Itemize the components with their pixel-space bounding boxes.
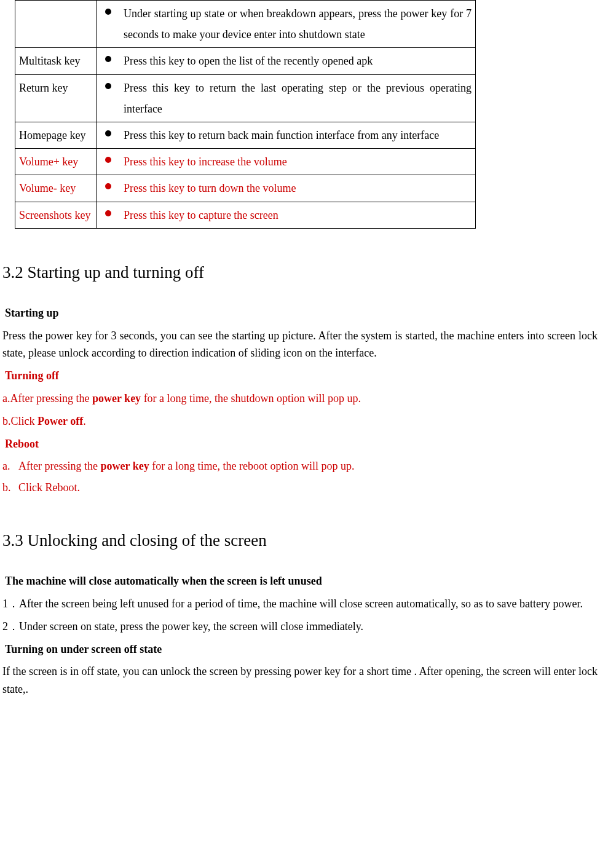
turning-off-step-b: b.Click Power off.: [2, 412, 598, 430]
reboot-label: Reboot: [5, 435, 598, 453]
table-row: Screenshots key Press this key to captur…: [15, 202, 476, 228]
desc-cell: Press this key to return back main funct…: [96, 122, 475, 148]
key-cell: Volume+ key: [15, 149, 97, 175]
step-text: Click Reboot.: [18, 481, 80, 494]
bullet-icon: [105, 183, 111, 189]
bullet-icon: [105, 56, 111, 62]
section-heading-3-3: 3.3 Unlocking and closing of the screen: [2, 527, 598, 554]
auto-close-label: The machine will close automatically whe…: [5, 572, 598, 590]
list-marker: b.: [2, 479, 18, 497]
desc-text: Press this key to open the list of the r…: [124, 50, 472, 71]
keys-table: Under starting up state or when breakdow…: [15, 0, 476, 229]
desc-cell: Press this key to return the last operat…: [96, 74, 475, 122]
key-cell: Multitask key: [15, 48, 97, 74]
desc-text: Press this key to increase the volume: [124, 151, 472, 172]
starting-up-label: Starting up: [5, 304, 598, 322]
desc-cell: Press this key to open the list of the r…: [96, 48, 475, 74]
desc-cell: Press this key to turn down the volume: [96, 175, 475, 202]
table-row: Homepage key Press this key to return ba…: [15, 122, 476, 148]
table-row: Under starting up state or when breakdow…: [15, 1, 476, 48]
key-cell: Volume- key: [15, 175, 97, 202]
desc-text: Press this key to turn down the volume: [124, 178, 472, 199]
desc-cell: Press this key to increase the volume: [96, 149, 475, 175]
bullet-icon: [105, 130, 111, 136]
turning-off-step-a: a.After pressing the power key for a lon…: [2, 390, 598, 408]
desc-text: Press this key to return back main funct…: [124, 125, 472, 146]
bullet-icon: [105, 9, 111, 15]
turning-off-label: Turning off: [5, 367, 598, 385]
desc-text: Under starting up state or when breakdow…: [124, 3, 472, 45]
table-row: Volume- key Press this key to turn down …: [15, 175, 476, 202]
desc-text: Press this key to capture the screen: [124, 205, 472, 226]
key-cell: Return key: [15, 74, 97, 122]
step-suffix: .: [83, 415, 86, 427]
desc-cell: Under starting up state or when breakdow…: [96, 1, 475, 48]
step-prefix: b.Click: [2, 415, 38, 427]
step-suffix: for a long time, the reboot option will …: [149, 460, 355, 472]
step-prefix: a.After pressing the: [2, 392, 92, 404]
step-suffix: for a long time, the shutdown option wil…: [141, 392, 361, 404]
reboot-step-a: a.After pressing the power key for a lon…: [2, 457, 598, 475]
desc-text: Press this key to return the last operat…: [124, 77, 472, 119]
auto-close-step-2: 2．Under screen on state, press the power…: [2, 618, 598, 636]
step-bold: power key: [100, 460, 149, 472]
starting-up-text: Press the power key for 3 seconds, you c…: [2, 327, 598, 363]
bullet-icon: [105, 83, 111, 89]
turning-on-label: Turning on under screen off state: [5, 641, 598, 658]
key-cell: Homepage key: [15, 122, 97, 148]
reboot-step-b: b.Click Reboot.: [2, 479, 598, 497]
desc-cell: Press this key to capture the screen: [96, 202, 475, 228]
step-bold: power key: [92, 392, 141, 404]
step-bold: Power off: [38, 415, 83, 427]
bullet-icon: [105, 210, 111, 216]
key-cell: [15, 1, 97, 48]
step-prefix: After pressing the: [18, 460, 100, 472]
bullet-icon: [105, 157, 111, 163]
table-row: Volume+ key Press this key to increase t…: [15, 149, 476, 175]
auto-close-step-1: 1．After the screen being left unused for…: [2, 595, 598, 613]
table-row: Return key Press this key to return the …: [15, 74, 476, 122]
key-cell: Screenshots key: [15, 202, 97, 228]
table-row: Multitask key Press this key to open the…: [15, 48, 476, 74]
section-heading-3-2: 3.2 Starting up and turning off: [2, 259, 598, 286]
list-marker: a.: [2, 457, 18, 475]
turning-on-text: If the screen is in off state, you can u…: [2, 663, 598, 698]
